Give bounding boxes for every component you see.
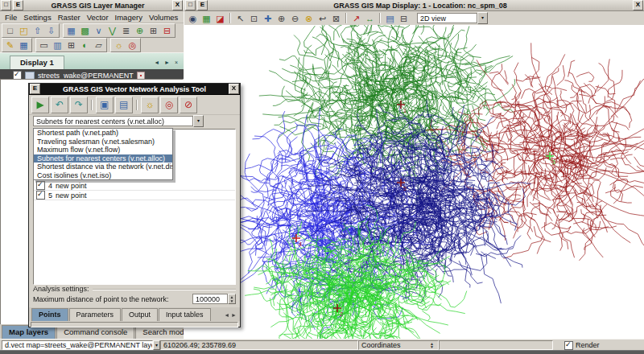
point-5-checkbox[interactable] [36,191,45,200]
settings-button[interactable]: ☼ [112,39,126,51]
statusbar-mode-combobox[interactable]: Coordinates ▲▼ [358,340,439,350]
run-analysis-button[interactable]: ▶ [31,97,49,113]
vnet-help-button[interactable]: ◎ [160,97,178,113]
spinner-arrows-icon[interactable]: ▲▼ [228,294,236,304]
print-button[interactable]: ⊟ [397,13,411,24]
histogram-button[interactable]: ▥ [51,39,64,51]
close-window-button[interactable]: X [633,0,643,10]
open-workspace-button[interactable]: ◰ [17,25,31,36]
tab-scroll-left-icon[interactable]: ◄ [154,60,161,65]
tab-scroll-right-icon[interactable]: ► [164,60,171,65]
zoom-out-button[interactable]: ⊖ [288,13,302,24]
method-option-shortest-distance[interactable]: Shortest distance via the network (v.net… [34,163,172,171]
map-canvas[interactable] [184,25,644,339]
command-prompt-input[interactable]: d.vect map=streets_wake@PERMANENT layer=… [2,340,153,350]
menu-imagery[interactable]: Imagery [112,12,146,23]
chevron-down-icon[interactable]: ▾ [477,12,488,24]
render-toggle[interactable]: Render [553,341,644,350]
command-prompt-dropdown-icon[interactable]: ▾ [153,340,160,350]
tab-display-1[interactable]: Display 1 [10,56,64,69]
add-raster-button[interactable]: ▦ [64,25,78,36]
erase-display-button[interactable]: ◪ [213,13,227,24]
chevron-down-icon[interactable]: ▾ [193,115,204,127]
render-checkbox[interactable] [564,341,573,350]
window-menu-button[interactable]: E [30,84,40,94]
map-display-title: GRASS GIS Map Display: 1 - Location: nc_… [208,2,632,10]
close-window-button[interactable]: X [229,84,239,94]
method-option-traveling-salesman[interactable]: Traveling salesman (v.net.salesman) [34,138,172,146]
pan-button[interactable]: ✚ [261,13,275,24]
tab-parameters[interactable]: Parameters [69,308,122,321]
menu-settings[interactable]: Settings [20,12,54,23]
method-option-maximum-flow[interactable]: Maximum flow (v.net.flow) [34,146,172,154]
point-row-4[interactable]: 4 new point [34,181,235,191]
tab-input-tables[interactable]: Input tables [159,308,211,321]
save-workspace-button[interactable]: ⇩ [44,25,58,36]
method-option-cost-isolines[interactable]: Cost isolines (v.net.iso) [34,171,172,180]
quit-button[interactable]: ⊘ [180,97,197,113]
new-display-button[interactable]: ▭ [37,39,51,51]
add-vector-button[interactable]: ∨ [92,25,105,36]
add-vector-misc-button[interactable]: ⋁ [105,25,119,36]
tab-close-icon[interactable]: × [175,60,180,65]
zoom-back-button[interactable]: ↩ [316,13,329,24]
shade-window-button[interactable]: □ [185,0,196,10]
analyze-button[interactable]: ↗ [349,13,363,24]
shade-window-button[interactable]: □ [1,0,11,10]
point-row-5[interactable]: 5 new point [34,191,235,200]
redo-button[interactable]: ↷ [70,97,88,113]
nviz-3d-button[interactable]: ◐ [78,39,92,51]
render-display-button[interactable]: ▦ [200,13,213,24]
new-workspace-button[interactable]: □ [3,25,17,36]
tab-output[interactable]: Output [122,308,158,321]
measure-button[interactable]: ↔ [363,13,377,24]
max-distance-value[interactable]: 100000 [192,294,228,304]
add-web-service-button[interactable]: ⊕ [133,25,147,36]
analysis-method-combobox[interactable]: Subnets for nearest centers (v.net.alloc… [33,115,204,127]
menu-raster[interactable]: Raster [55,12,84,23]
analysis-method-value: Subnets for nearest centers (v.net.alloc… [33,116,193,126]
graticule-button[interactable]: ⊞ [64,39,78,51]
add-text-button[interactable]: ▱ [92,39,105,51]
window-menu-button[interactable]: E [197,0,208,10]
remove-layer-button[interactable]: ⊟ [160,25,174,36]
window-menu-button[interactable]: E [13,0,23,10]
analyze-chart-icon: ↗ [353,14,360,23]
zoom-extent-button[interactable]: ⊗ [302,13,316,24]
undo-button[interactable]: ↶ [51,97,68,113]
attribute-table-button[interactable]: ▦ [17,39,31,51]
add-group-button[interactable]: ⊞ [147,25,160,36]
menu-vector[interactable]: Vector [84,12,112,23]
tab-scroll-left-icon[interactable]: ◄ [224,312,229,318]
method-option-subnets-nearest-centers[interactable]: Subnets for nearest centers (v.net.alloc… [34,154,172,163]
zoom-in-button[interactable]: ⊕ [275,13,288,24]
overlay-button[interactable]: ▤ [383,13,397,24]
tab-scroll-right-icon[interactable]: ► [231,312,237,318]
view-mode-combobox[interactable]: 2D view ▾ [417,12,488,24]
add-raster-misc-button[interactable]: ▩ [78,25,92,36]
vnet-settings-button[interactable]: ☼ [141,97,159,113]
show-display-button[interactable]: ◉ [186,13,200,24]
query-button[interactable]: ⊡ [247,13,261,24]
zoom-region-button[interactable]: ⊠ [329,13,343,24]
display-tab-nav-arrows[interactable]: ◄ ► × [150,60,184,69]
menu-file[interactable]: File [2,12,20,23]
pointer-button[interactable]: ↖ [233,13,247,24]
add-misc-layers-button[interactable]: ≣ [119,25,133,36]
point-4-checkbox[interactable] [36,181,45,190]
method-option-shortest-path[interactable]: Shortest path (v.net.path) [34,129,172,138]
max-distance-spinner[interactable]: 100000 ▲▼ [192,294,236,304]
tab-points[interactable]: Points [31,308,68,321]
vnet-tabs: Points Parameters Output Input tables ◄ … [29,307,240,321]
help-lifering-icon: ◎ [129,40,137,50]
menu-volumes[interactable]: Volumes [146,12,181,23]
spinner-arrows-icon[interactable]: ▲▼ [428,342,436,348]
edit-vector-button[interactable]: ✎ [3,39,17,51]
help-button[interactable]: ◎ [126,39,139,51]
show-result-button[interactable]: ▣ [96,97,114,113]
close-window-button[interactable]: X [172,0,183,10]
map-canvas-area [184,25,644,339]
vnet-tab-nav[interactable]: ◄ ► [221,312,240,321]
load-workspace-button[interactable]: ⇧ [31,25,44,36]
clear-result-button[interactable]: ▤ [115,97,133,113]
